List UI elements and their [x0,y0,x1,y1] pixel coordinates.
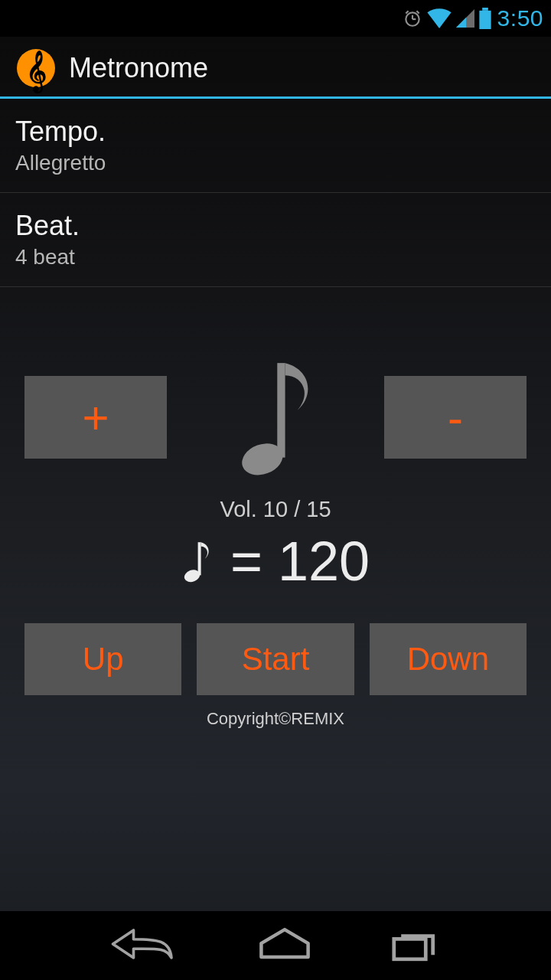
svg-rect-10 [198,542,201,575]
volume-up-button[interactable]: + [24,376,167,459]
alarm-icon [403,8,422,28]
tempo-label: Tempo. [15,116,536,148]
recent-apps-icon[interactable] [391,925,442,966]
navigation-bar [0,911,551,980]
svg-line-4 [416,11,419,13]
volume-down-button[interactable]: - [384,376,527,459]
app-title: Metronome [69,52,208,84]
volume-row: + - [24,356,527,479]
action-bar: 𝄞 Metronome [0,37,551,99]
volume-text: Vol. 10 / 15 [24,497,527,522]
svg-rect-11 [394,939,425,959]
tempo-down-button[interactable]: Down [370,623,527,695]
app-icon: 𝄞 [17,49,55,87]
start-button[interactable]: Start [197,623,354,695]
status-bar: 3:50 [0,0,551,37]
main-panel: + - Vol. 10 / 15 = 120 Up Start Down Cop… [0,287,551,729]
eighth-note-large-icon [230,356,321,479]
status-time: 3:50 [497,5,543,31]
home-icon[interactable] [257,925,312,966]
eighth-note-small-icon [181,537,212,586]
bpm-display: = 120 [24,530,527,593]
svg-rect-5 [482,8,488,11]
svg-line-3 [406,11,408,13]
tempo-value: Allegretto [15,151,536,175]
beat-value: 4 beat [15,245,536,270]
battery-icon [479,8,491,29]
svg-rect-8 [277,363,285,457]
bpm-value: = 120 [230,530,370,593]
copyright-text: Copyright©REMIX [24,709,527,729]
beat-row[interactable]: Beat. 4 beat [0,193,551,287]
wifi-icon [427,8,452,28]
signal-icon [456,8,474,28]
tempo-up-button[interactable]: Up [24,623,181,695]
tempo-row[interactable]: Tempo. Allegretto [0,99,551,193]
tempo-buttons: Up Start Down [24,623,527,695]
beat-label: Beat. [15,210,536,242]
svg-rect-6 [479,11,491,29]
back-icon[interactable] [109,925,178,966]
status-icons [403,8,491,29]
